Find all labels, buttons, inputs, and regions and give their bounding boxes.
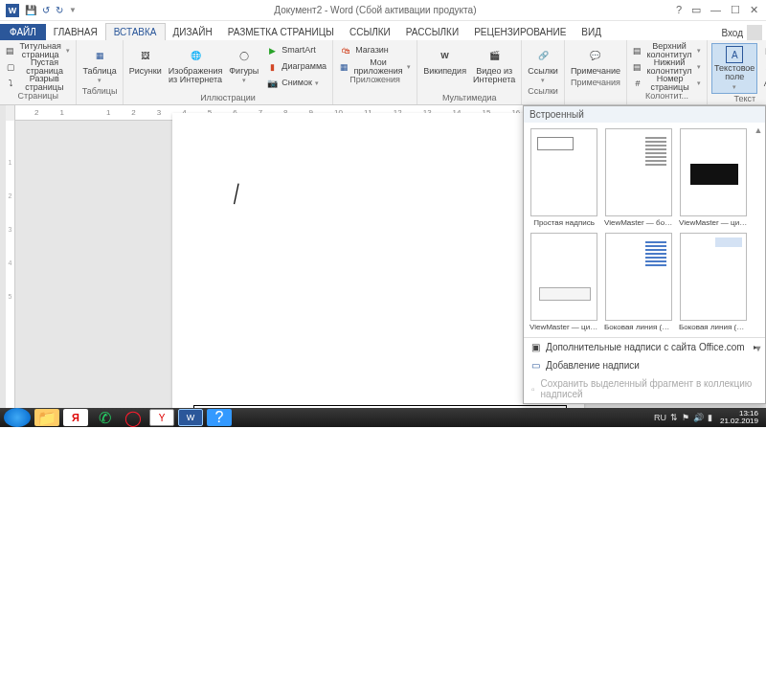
header-icon: ▤ [633, 44, 642, 57]
gallery-scrollbar[interactable]: ▲▼ [754, 125, 763, 355]
footer-button[interactable]: ▤Нижний колонтитул▾ [631, 59, 703, 75]
page-break-button[interactable]: ⤵Разрыв страницы [4, 76, 72, 91]
group-label-pages: Страницы [4, 91, 72, 102]
taskbar[interactable]: 📁 Я ✆ ◯ Y W ? RU ⇅ ⚑ 🔊 ▮ 13:16 21.02.201… [0, 408, 766, 427]
page-number-icon: # [633, 77, 642, 90]
quick-parts-button[interactable]: ▣ [760, 43, 766, 58]
tray-volume-icon[interactable]: 🔊 [693, 413, 704, 422]
quick-parts-icon: ▣ [762, 44, 766, 57]
group-label-text: Текст [711, 94, 766, 105]
drop-cap-button[interactable]: A≡ [760, 76, 766, 91]
pictures-button[interactable]: 🖼Рисунки [127, 43, 164, 93]
chart-icon: ▮ [265, 60, 279, 74]
word-icon: W [6, 4, 19, 17]
gallery-item-sideline-quote[interactable]: Боковая линия (цита... [679, 233, 748, 331]
gallery-header: Встроенный [524, 106, 765, 123]
tab-insert[interactable]: ВСТАВКА [105, 23, 166, 40]
text-box-icon: A [726, 46, 743, 63]
wikipedia-icon: W [435, 45, 456, 66]
help-taskbar-button[interactable]: ? [207, 409, 232, 426]
page-number-button[interactable]: #Номер страницы▾ [631, 76, 703, 91]
tray-action-center-icon[interactable]: ⚑ [682, 413, 689, 422]
shapes-icon: ◯ [234, 45, 255, 66]
more-textboxes-menuitem[interactable]: ▣Дополнительные надписи с сайта Office.c… [524, 338, 765, 356]
header-button[interactable]: ▤Верхний колонтитул▾ [631, 43, 703, 58]
page-break-icon: ⤵ [6, 77, 15, 90]
explorer-taskbar-button[interactable]: 📁 [34, 409, 59, 426]
store-button[interactable]: 🛍Магазин [337, 43, 413, 58]
picture-icon: 🖼 [135, 45, 156, 66]
wordart-button[interactable]: A [760, 59, 766, 75]
blank-page-icon: ▢ [6, 60, 16, 74]
tray-battery-icon[interactable]: ▮ [708, 413, 712, 422]
undo-icon[interactable]: ↺ [42, 5, 50, 15]
online-picture-icon: 🌐 [185, 45, 206, 66]
help-icon[interactable]: ? [676, 4, 682, 16]
redo-icon[interactable]: ↻ [56, 5, 63, 15]
vertical-ruler[interactable]: 12345 [6, 121, 15, 410]
ribbon-collapse-icon[interactable]: ▭ [691, 4, 701, 16]
tab-design[interactable]: ДИЗАЙН [166, 24, 220, 40]
page-icon: ▤ [6, 44, 14, 57]
footer-icon: ▤ [633, 60, 642, 74]
tray-lang[interactable]: RU [654, 413, 666, 422]
links-button[interactable]: 🔗Ссылки▾ [526, 43, 560, 86]
gallery-item-viewmaster-quote2[interactable]: ViewMaster — цитата... [529, 233, 598, 331]
group-label-apps: Приложения [337, 75, 413, 86]
group-label-links: Ссылки [526, 86, 560, 98]
minimize-icon[interactable]: — [710, 4, 721, 16]
blank-page-button[interactable]: ▢Пустая страница [4, 59, 72, 75]
window-title: Документ2 - Word (Сбой активации продукт… [82, 5, 668, 15]
text-box-button[interactable]: AТекстовое поле▾ [711, 43, 757, 94]
smartart-button[interactable]: ▶SmartArt [263, 43, 328, 58]
gallery-item-viewmaster-quote[interactable]: ViewMaster — цитата... [679, 128, 748, 227]
gallery-item-viewmaster-side[interactable]: ViewMaster — боков... [604, 128, 673, 227]
yandex-taskbar-button[interactable]: Я [63, 409, 88, 426]
comment-button[interactable]: 💬Примечание [569, 43, 622, 78]
save-selection-menuitem: ▫Сохранить выделенный фрагмент в коллекц… [524, 374, 765, 403]
tab-review[interactable]: РЕЦЕНЗИРОВАНИЕ [466, 24, 574, 40]
group-label-comments: Примечания [569, 78, 622, 89]
tray-network-icon[interactable]: ⇅ [670, 413, 678, 422]
chart-button[interactable]: ▮Диаграмма [263, 59, 328, 75]
yandex-browser-taskbar-button[interactable]: Y [149, 409, 174, 426]
group-label-header: Колонтит... [631, 91, 703, 102]
table-icon: ▦ [89, 45, 110, 66]
screenshot-icon: 📷 [265, 77, 279, 90]
screenshot-button[interactable]: 📷Снимок▾ [263, 76, 328, 91]
cover-page-button[interactable]: ▤Титульная страница▾ [4, 43, 72, 58]
word-taskbar-button[interactable]: W [178, 409, 203, 426]
online-pictures-button[interactable]: 🌐Изображения из Интернета [167, 43, 225, 93]
tab-mailings[interactable]: РАССЫЛКИ [398, 24, 466, 40]
group-label-illustrations: Иллюстрации [127, 93, 328, 104]
store-icon: 🛍 [339, 44, 352, 57]
maximize-icon[interactable]: ☐ [731, 4, 740, 16]
gallery-item-sideline-side[interactable]: Боковая линия (бок... [604, 233, 673, 331]
shapes-button[interactable]: ◯Фигуры▾ [227, 43, 260, 93]
link-icon: 🔗 [532, 45, 553, 66]
tray-clock[interactable]: 13:16 21.02.2019 [716, 410, 762, 425]
wordart-icon: A [762, 60, 766, 74]
sign-in-link[interactable]: Вход [717, 25, 766, 40]
gallery-item-simple[interactable]: Простая надпись [529, 128, 598, 227]
tab-file[interactable]: ФАЙЛ [0, 24, 46, 40]
close-icon[interactable]: ✕ [750, 4, 758, 16]
wikipedia-button[interactable]: WВикипедия [421, 43, 468, 93]
save-icon[interactable]: 💾 [25, 5, 36, 15]
draw-textbox-icon: ▭ [531, 360, 540, 371]
start-button[interactable] [4, 408, 31, 427]
tab-layout[interactable]: РАЗМЕТКА СТРАНИЦЫ [220, 24, 342, 40]
tab-view[interactable]: ВИД [574, 24, 609, 40]
save-selection-icon: ▫ [531, 384, 535, 395]
table-button[interactable]: ▦Таблица▾ [80, 43, 118, 86]
draw-textbox-menuitem[interactable]: ▭Добавление надписи [524, 356, 765, 374]
my-apps-button[interactable]: ▦Мои приложения▾ [337, 59, 413, 75]
tab-home[interactable]: ГЛАВНАЯ [46, 24, 105, 40]
empty-space [0, 427, 766, 700]
tab-references[interactable]: ССЫЛКИ [342, 24, 398, 40]
whatsapp-taskbar-button[interactable]: ✆ [92, 409, 117, 426]
online-video-button[interactable]: 🎬Видео из Интернета [471, 43, 517, 93]
opera-taskbar-button[interactable]: ◯ [121, 409, 146, 426]
qat-dropdown-icon[interactable]: ▼ [69, 6, 77, 14]
comment-icon: 💬 [585, 45, 606, 66]
